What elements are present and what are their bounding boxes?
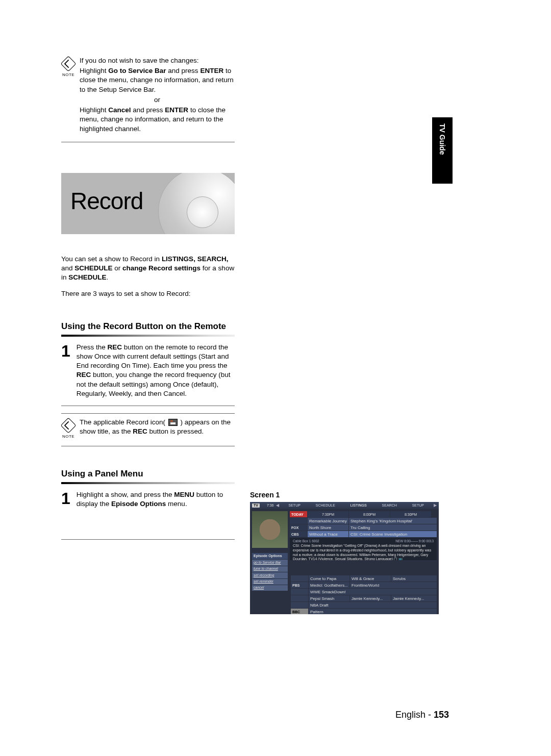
tvguide-time: 7:36 xyxy=(267,503,274,508)
heading-panel-menu: Using a Panel Menu xyxy=(61,469,235,479)
sidebar-item[interactable]: tune to channel xyxy=(252,566,288,572)
note-block-2: NOTE The applicable Record icon( ) appea… xyxy=(61,418,235,439)
step-1-remote: 1 Press the REC button on the remote to … xyxy=(61,343,235,398)
tvguide-lower-grid: Come to Papa Will & Grace Scrubs PBS Med… xyxy=(291,575,437,614)
note-body-1: If you do not wish to save the changes: … xyxy=(80,56,235,135)
screen-label: Screen 1 xyxy=(250,491,439,499)
tvguide-description: Cable Box 1 6002 NEW 8:00–––– 9:00 0013 … xyxy=(290,538,437,560)
divider xyxy=(61,142,235,142)
record-intro: You can set a show to Record in LISTINGS… xyxy=(61,255,235,299)
record-indicator-icon xyxy=(168,419,178,426)
sidebar-item[interactable]: set recording xyxy=(252,572,288,578)
note-icon: NOTE xyxy=(61,56,76,77)
heading-remote: Using the Record Button on the Remote xyxy=(61,321,235,332)
note-body-2: The applicable Record icon( ) appears on… xyxy=(80,418,235,437)
record-title: Record xyxy=(70,187,143,215)
step-1-panel: 1 Highlight a show, and press the MENU b… xyxy=(61,490,235,509)
sidebar-item[interactable]: cancel xyxy=(252,585,288,591)
divider xyxy=(61,446,235,446)
tvguide-grid: TODAY 7:30PM 8:00PM 8:30PM Remarkable Jo… xyxy=(290,511,437,548)
record-banner: Record xyxy=(61,173,235,234)
tvguide-screenshot: TV 7:36 ◀ SETUP SCHEDULE LISTINGS SEARCH… xyxy=(250,502,439,614)
step-number: 1 xyxy=(61,343,70,398)
tvguide-logo: TV xyxy=(252,503,260,508)
underline-bar xyxy=(61,335,235,337)
note-block-1: NOTE If you do not wish to save the chan… xyxy=(61,56,235,135)
screen-1-block: Screen 1 TV 7:36 ◀ SETUP SCHEDULE LISTIN… xyxy=(250,491,439,614)
side-tab-tvguide: TV Guide xyxy=(432,117,453,184)
disc-icon xyxy=(158,173,235,234)
note-icon: NOTE xyxy=(61,418,76,439)
tvguide-preview xyxy=(252,511,288,548)
step-number: 1 xyxy=(61,490,70,509)
underline-bar xyxy=(61,482,235,484)
divider xyxy=(61,406,235,406)
sidebar-item[interactable]: go to Service Bar xyxy=(252,559,288,565)
sidebar-item[interactable]: set reminder xyxy=(252,578,288,585)
page-number: English - 153 xyxy=(395,710,449,720)
divider xyxy=(61,413,235,414)
tvguide-nav: SETUP SCHEDULE LISTINGS SEARCH SETUP xyxy=(281,503,432,508)
divider xyxy=(61,539,235,540)
episode-options-sidebar: Episode Options go to Service Bar tune t… xyxy=(252,553,288,591)
